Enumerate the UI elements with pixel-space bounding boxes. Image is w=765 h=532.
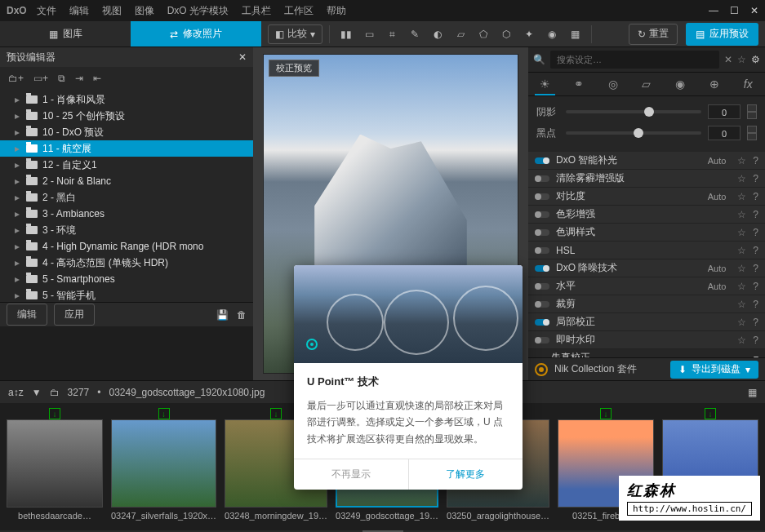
- upoint-icon[interactable]: ⬡: [496, 24, 516, 44]
- menu-optics[interactable]: DxO 光学模块: [167, 4, 229, 18]
- toggle-switch[interactable]: [535, 175, 549, 182]
- preset-item[interactable]: ▸1 - 肖像和风景: [0, 91, 253, 108]
- thumbnail[interactable]: ↓03247_silverfalls_1920x…: [109, 408, 218, 525]
- favorite-icon[interactable]: ☆: [737, 173, 746, 184]
- help-icon[interactable]: ?: [753, 281, 758, 292]
- adjustment-item[interactable]: 色调样式☆?: [528, 224, 765, 242]
- help-icon[interactable]: ?: [753, 335, 758, 346]
- black-value[interactable]: 0: [708, 126, 741, 140]
- grid-view-icon[interactable]: ▮▮: [336, 24, 356, 44]
- learn-more-button[interactable]: 了解更多: [408, 459, 523, 490]
- adjustment-item[interactable]: 清除雾霾增强版☆?: [528, 170, 765, 188]
- preset-item[interactable]: ▸5 - Smartphones: [0, 271, 253, 287]
- help-icon[interactable]: ?: [753, 227, 758, 238]
- adjustment-item[interactable]: HSL☆?: [528, 242, 765, 259]
- favorite-icon[interactable]: ☆: [737, 191, 746, 202]
- favorite-icon[interactable]: ☆: [737, 317, 746, 328]
- thumbnail[interactable]: ↓bethesdaarcade…: [5, 408, 105, 525]
- shadow-value[interactable]: 0: [708, 104, 741, 119]
- toggle-switch[interactable]: [535, 247, 549, 254]
- help-icon[interactable]: ?: [753, 245, 758, 256]
- shadow-stepper[interactable]: [747, 104, 757, 119]
- cat-detail[interactable]: ◎: [596, 73, 629, 95]
- cat-color[interactable]: ⚭: [562, 73, 595, 95]
- black-stepper[interactable]: [747, 126, 757, 140]
- search-input[interactable]: [550, 51, 719, 69]
- preset-item[interactable]: ▸2 - Noir & Blanc: [0, 173, 253, 189]
- settings-icon[interactable]: ⚙: [751, 54, 760, 65]
- import-icon[interactable]: ⇥: [75, 73, 83, 84]
- new-preset-icon[interactable]: ▭+: [33, 73, 48, 84]
- close-button[interactable]: ✕: [750, 5, 758, 16]
- edit-button[interactable]: 编辑: [7, 304, 47, 326]
- menu-file[interactable]: 文件: [37, 4, 56, 18]
- adjustment-item[interactable]: 即时水印☆?: [528, 331, 765, 349]
- save-icon[interactable]: 💾: [216, 309, 229, 321]
- favorite-icon[interactable]: ☆: [737, 227, 746, 238]
- minimize-button[interactable]: —: [709, 5, 718, 16]
- toggle-switch[interactable]: [535, 301, 549, 308]
- help-icon[interactable]: ?: [753, 191, 758, 202]
- preset-item[interactable]: ▸10 - DxO 预设: [0, 124, 253, 140]
- toggle-switch[interactable]: [535, 319, 549, 326]
- crop-icon[interactable]: ⌗: [382, 24, 402, 44]
- help-icon[interactable]: ?: [753, 299, 758, 310]
- menu-help[interactable]: 帮助: [327, 4, 346, 18]
- toggle-switch[interactable]: [535, 211, 549, 218]
- delete-icon[interactable]: 🗑: [237, 309, 247, 321]
- export-to-disk-button[interactable]: ⬇ 导出到磁盘 ▾: [670, 361, 758, 379]
- preset-item[interactable]: ▸4 - 高动态范围 (单镜头 HDR): [0, 255, 253, 271]
- reset-button[interactable]: ↻ 重置: [629, 24, 678, 45]
- favorite-icon[interactable]: ☆: [737, 245, 746, 256]
- menu-workspace[interactable]: 工作区: [284, 4, 314, 18]
- help-icon[interactable]: ?: [753, 209, 758, 220]
- toggle-switch[interactable]: [535, 265, 549, 272]
- preset-item[interactable]: ▸10 - 25 个创作预设: [0, 108, 253, 124]
- dehaze-icon[interactable]: ◐: [428, 24, 447, 44]
- tab-library[interactable]: ▦ 图库: [0, 21, 131, 47]
- adjustment-item[interactable]: 对比度Auto☆?: [528, 188, 765, 206]
- clear-search-icon[interactable]: ✕: [724, 54, 732, 65]
- cat-watermark[interactable]: ⊕: [697, 73, 731, 95]
- help-icon[interactable]: ?: [753, 173, 758, 184]
- preset-item[interactable]: ▸2 - 黑白: [0, 189, 253, 206]
- maximize-button[interactable]: ☐: [730, 5, 739, 16]
- toggle-switch[interactable]: [535, 229, 549, 236]
- filter-icon[interactable]: ▼: [32, 387, 42, 398]
- toggle-switch[interactable]: [535, 337, 549, 344]
- export-icon[interactable]: ⇤: [93, 73, 101, 84]
- preset-item[interactable]: ▸3 - Ambiances: [0, 206, 253, 222]
- menu-edit[interactable]: 编辑: [69, 4, 89, 18]
- help-icon[interactable]: ?: [753, 263, 758, 274]
- preset-tree[interactable]: ▸1 - 肖像和风景▸10 - 25 个创作预设▸10 - DxO 预设▸11 …: [0, 90, 253, 302]
- new-folder-icon[interactable]: 🗀+: [8, 73, 24, 84]
- favorite-icon[interactable]: ☆: [737, 263, 746, 274]
- black-track[interactable]: [566, 131, 701, 135]
- favorite-icon[interactable]: ☆: [737, 209, 746, 220]
- compare-button[interactable]: ◧ 比较 ▾: [268, 24, 322, 44]
- adjustment-item[interactable]: 色彩增强☆?: [528, 206, 765, 224]
- menu-toolbar[interactable]: 工具栏: [242, 4, 271, 18]
- close-icon[interactable]: ✕: [238, 51, 247, 63]
- adjustment-item[interactable]: DxO 智能补光Auto☆?: [528, 152, 765, 170]
- repair-icon[interactable]: ✦: [519, 24, 539, 44]
- copy-icon[interactable]: ⧉: [58, 73, 65, 84]
- tab-edit-photo[interactable]: ⇄ 修改照片: [131, 21, 261, 47]
- perspective-icon[interactable]: ⬠: [474, 24, 493, 44]
- apply-button[interactable]: 应用: [54, 304, 95, 326]
- cat-light[interactable]: ☀: [528, 73, 562, 95]
- preview-icon[interactable]: ▦: [565, 24, 585, 44]
- sort-icon[interactable]: a↕z: [8, 387, 24, 398]
- redeye-icon[interactable]: ◉: [542, 24, 562, 44]
- cat-geometry[interactable]: ▱: [629, 73, 663, 95]
- grid-size-icon[interactable]: ▦: [748, 387, 757, 398]
- menu-view[interactable]: 视图: [102, 4, 122, 18]
- horizon-icon[interactable]: ▱: [451, 24, 470, 44]
- help-icon[interactable]: ?: [753, 155, 758, 166]
- adjustment-item[interactable]: 水平Auto☆?: [528, 277, 765, 295]
- toggle-switch[interactable]: [535, 193, 549, 200]
- toggle-switch[interactable]: [535, 157, 549, 164]
- favorite-icon[interactable]: ☆: [737, 299, 746, 310]
- single-view-icon[interactable]: ▭: [359, 24, 379, 44]
- help-icon[interactable]: ?: [753, 317, 758, 328]
